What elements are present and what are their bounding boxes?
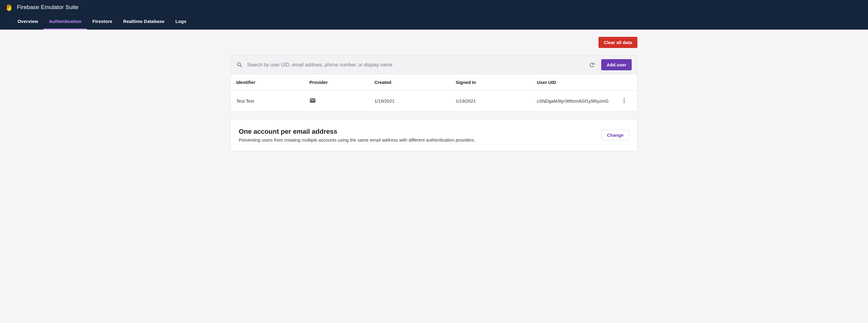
- more-vert-icon: [621, 97, 627, 104]
- svg-point-1: [623, 100, 625, 101]
- header-top: Firebase Emulator Suite: [0, 0, 868, 11]
- search-bar: Add user: [231, 56, 637, 74]
- cell-actions: [614, 91, 637, 112]
- col-user-uid: User UID: [531, 74, 614, 91]
- settings-description: Preventing users from creating multiple …: [239, 137, 475, 143]
- tab-logs[interactable]: Logs: [170, 14, 192, 30]
- cell-provider: [304, 91, 369, 112]
- mail-icon: [309, 97, 316, 104]
- users-card: Add user Identifier Provider Created Sig…: [230, 55, 638, 112]
- cell-identifier: Test Test: [231, 91, 304, 112]
- refresh-icon: [589, 62, 595, 68]
- col-provider: Provider: [304, 74, 369, 91]
- table-header-row: Identifier Provider Created Signed In Us…: [231, 74, 637, 91]
- table-row: Test Test 1/19/2021 1/19/2021 cSNDgaM3ty…: [231, 91, 637, 112]
- nav-tabs: Overview Authentication Firestore Realti…: [0, 14, 868, 30]
- app-header: Firebase Emulator Suite Overview Authent…: [0, 0, 868, 30]
- change-button[interactable]: Change: [601, 130, 629, 140]
- content: Clear all data Add user Identifier Provi…: [226, 30, 642, 163]
- svg-point-2: [623, 102, 625, 103]
- cell-signed-in: 1/19/2021: [450, 91, 531, 112]
- firebase-logo-icon: [5, 3, 13, 11]
- cell-created: 1/19/2021: [369, 91, 450, 112]
- add-user-button[interactable]: Add user: [601, 59, 632, 70]
- search-icon: [236, 62, 243, 68]
- col-actions: [614, 74, 637, 91]
- tab-firestore[interactable]: Firestore: [87, 14, 118, 30]
- toolbar-row: Clear all data: [230, 37, 638, 48]
- search-input[interactable]: [247, 62, 583, 68]
- tab-overview[interactable]: Overview: [12, 14, 43, 30]
- settings-text: One account per email address Preventing…: [239, 128, 475, 143]
- col-created: Created: [369, 74, 450, 91]
- clear-all-data-button[interactable]: Clear all data: [598, 37, 638, 48]
- users-table: Identifier Provider Created Signed In Us…: [231, 74, 637, 111]
- settings-card: One account per email address Preventing…: [230, 119, 638, 151]
- svg-point-0: [623, 98, 625, 99]
- col-signed-in: Signed In: [450, 74, 531, 91]
- tab-authentication[interactable]: Authentication: [43, 14, 87, 30]
- row-more-button[interactable]: [620, 96, 629, 106]
- col-identifier: Identifier: [231, 74, 304, 91]
- cell-user-uid: cSNDgaM3tyr3t9lzmAGf1y5RyzmG: [531, 91, 614, 112]
- settings-title: One account per email address: [239, 128, 475, 136]
- refresh-button[interactable]: [587, 60, 597, 70]
- app-title: Firebase Emulator Suite: [17, 4, 79, 10]
- tab-realtime-database[interactable]: Realtime Database: [118, 14, 170, 30]
